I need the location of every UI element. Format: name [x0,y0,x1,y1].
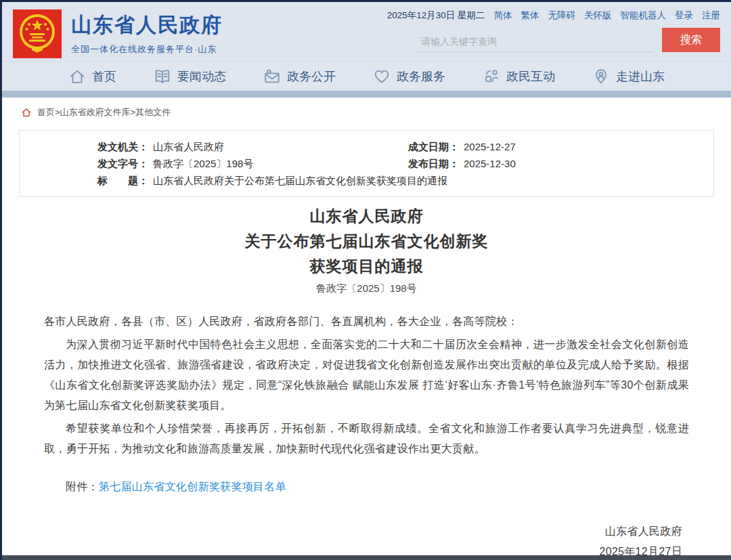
nav-label: 走进山东 [616,68,665,85]
link-traditional-chinese[interactable]: 繁体 [521,9,539,22]
breadcrumb-path[interactable]: 首页>山东省政府文件库>其他文件 [37,106,171,119]
topbar-links: 2025年12月30日 星期二 简体 繁体 无障碍 关怀版 智能机器人 登录 注… [417,9,720,22]
link-simplified-chinese[interactable]: 简体 [494,9,512,22]
document-number: 鲁政字〔2025〕198号 [2,282,731,295]
interaction-icon [483,68,500,85]
document-title-line: 关于公布第七届山东省文化创新奖 [2,229,731,254]
header-right: 2025年12月30日 星期二 简体 繁体 无障碍 关怀版 智能机器人 登录 注… [417,2,720,61]
nav-item-interaction[interactable]: 政民互动 [483,68,555,85]
nav-item-news[interactable]: 要闻动态 [154,68,226,85]
link-accessibility[interactable]: 无障碍 [548,9,576,22]
meta-issuing-agency: 发文机关： 山东省人民政府 [20,138,408,155]
nav-label: 政务公开 [287,68,336,85]
link-login[interactable]: 登录 [675,9,693,22]
search-button[interactable]: 搜索 [662,28,720,52]
nav-item-visit-shandong[interactable]: 走进山东 [592,68,665,85]
news-book-icon [154,68,171,85]
envelope-icon [263,68,281,85]
site-brand[interactable]: 山东省人民政府 全国一体化在线政务服务平台·山东 [13,2,223,61]
meta-label: 发布日期： [408,155,459,172]
meta-doc-number: 发文字号： 鲁政字〔2025〕198号 [20,155,408,172]
document-meta-box: 发文机关： 山东省人民政府 成文日期： 2025-12-27 发文字号： 鲁政字… [19,130,714,197]
link-register[interactable]: 注册 [702,9,720,22]
meta-written-date: 成文日期： 2025-12-27 [408,138,713,155]
nav-item-open-government[interactable]: 政务公开 [263,68,336,85]
home-icon [68,68,86,85]
divider-strip [2,91,731,98]
main-nav: 首页 要闻动态 政务公开 政务服务 政民互动 [2,61,731,91]
meta-value: 2025-12-27 [464,138,516,155]
map-pin-icon [592,68,610,85]
meta-value: 鲁政字〔2025〕198号 [153,155,253,172]
signer-name: 山东省人民政府 [44,521,682,542]
signature-block: 山东省人民政府 2025年12月27日 [44,521,689,560]
nav-item-home[interactable]: 首页 [68,68,116,85]
site-header: 山东省人民政府 全国一体化在线政务服务平台·山东 2025年12月30日 星期二… [2,2,731,61]
link-smart-robot[interactable]: 智能机器人 [621,9,667,22]
search-bar: 搜索 [417,28,720,52]
document-body: 各市人民政府，各县（市、区）人民政府，省政府各部门、各直属机构，各大企业，各高等… [44,311,689,560]
attachment-label: 附件： [66,481,99,492]
heart-icon [373,68,391,85]
meta-value: 山东省人民政府关于公布第七届山东省文化创新奖获奖项目的通报 [153,172,447,189]
home-icon [21,107,32,118]
document-title-line: 获奖项目的通报 [2,254,731,279]
search-input[interactable] [417,31,654,52]
site-title: 山东省人民政府 [71,12,223,39]
meta-label: 成文日期： [408,138,459,155]
meta-value: 山东省人民政府 [153,138,224,155]
meta-label: 标 题： [97,172,148,189]
document-title: 山东省人民政府 关于公布第七届山东省文化创新奖 获奖项目的通报 [2,204,731,279]
link-care-version[interactable]: 关怀版 [584,9,612,22]
page: 山东省人民政府 全国一体化在线政务服务平台·山东 2025年12月30日 星期二… [0,0,731,560]
nav-item-services[interactable]: 政务服务 [373,68,445,85]
salutation: 各市人民政府，各县（市、区）人民政府，省政府各部门、各直属机构，各大企业，各高等… [44,311,689,332]
paragraph: 希望获奖单位和个人珍惜荣誉，再接再厉，开拓创新，不断取得新成绩。全省文化和旅游工… [44,418,689,459]
meta-label: 发文字号： [97,155,148,172]
current-date: 2025年12月30日 星期二 [387,9,485,22]
brand-text: 山东省人民政府 全国一体化在线政务服务平台·山东 [71,12,223,56]
site-subtitle: 全国一体化在线政务服务平台·山东 [71,43,223,56]
meta-label: 发文机关： [97,138,148,155]
breadcrumb: 首页>山东省政府文件库>其他文件 [2,98,731,125]
national-emblem-logo-icon [13,9,62,58]
meta-publish-date: 发布日期： 2025-12-30 [408,155,713,172]
meta-title: 标 题： 山东省人民政府关于公布第七届山东省文化创新奖获奖项目的通报 [20,172,713,189]
meta-value: 2025-12-30 [464,155,516,172]
attachment-line: 附件：第七届山东省文化创新奖获奖项目名单 [44,477,689,497]
attachment-link[interactable]: 第七届山东省文化创新奖获奖项目名单 [99,481,286,492]
nav-label: 政民互动 [506,68,555,85]
nav-label: 首页 [92,68,116,85]
nav-label: 要闻动态 [177,68,226,85]
document-title-line: 山东省人民政府 [2,204,731,229]
nav-label: 政务服务 [397,68,445,85]
bottom-edge-band [2,555,731,560]
paragraph: 为深入贯彻习近平新时代中国特色社会主义思想，全面落实党的二十大和二十届历次全会精… [44,335,689,416]
